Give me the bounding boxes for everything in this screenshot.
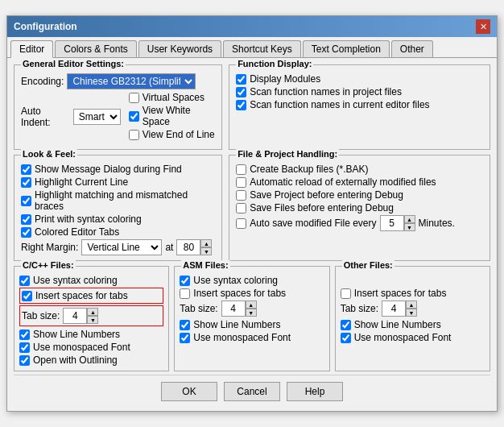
scan-project-label: Scan function names in project files [250,86,402,97]
auto-reload-label: Automatic reload of externally modified … [250,176,436,188]
save-project-checkbox[interactable] [236,190,246,201]
tab-text-completion[interactable]: Text Completion [303,40,390,57]
asm-use-monospaced-row: Use monospaced Font [180,332,324,343]
right-margin-at: at [165,242,173,253]
create-backup-checkbox[interactable] [236,164,246,175]
scan-project-row: Scan function names in project files [236,86,483,97]
autosave-up[interactable]: ▲ [404,215,415,223]
encoding-select[interactable]: Chinese GB2312 (Simplified) [67,73,196,89]
other-use-monospaced-checkbox[interactable] [341,333,351,343]
other-insert-spaces-checkbox[interactable] [341,288,351,299]
cpp-files-title: C/C++ Files: [21,260,76,270]
auto-indent-label: Auto Indent: [21,106,70,128]
cpp-files-options: Use syntax coloring Insert spaces for ta… [19,275,163,366]
asm-show-line-numbers-checkbox[interactable] [180,320,190,330]
display-modules-label: Display Modules [250,73,320,85]
asm-insert-spaces-checkbox[interactable] [180,288,190,299]
print-syntax-checkbox[interactable] [21,214,31,225]
view-white-space-label: View White Space [143,105,215,127]
cpp-use-monospaced-checkbox[interactable] [19,342,30,353]
highlight-line-label: Highlight Current Line [35,176,128,188]
scan-project-checkbox[interactable] [236,87,246,97]
file-project-item-3: Save Files before entering Debug [236,202,483,214]
view-end-of-line-checkbox[interactable] [129,130,139,140]
other-tab-input[interactable] [382,301,406,317]
file-project-section: File & Project Handling: Create Backup f… [229,155,490,261]
asm-use-monospaced-checkbox[interactable] [180,333,190,343]
cpp-insert-spaces-checkbox[interactable] [22,291,32,301]
look-feel-options: Show Message Dialog during Find Highligh… [21,164,215,255]
view-white-space-checkbox[interactable] [129,111,139,122]
configuration-dialog: Configuration ✕ Editor Colors & Fonts Us… [6,15,498,412]
asm-tab-input[interactable] [221,301,246,317]
colored-tabs-label: Colored Editor Tabs [35,226,119,238]
asm-tab-down[interactable]: ▼ [246,309,257,317]
right-margin-spin-buttons: ▲ ▼ [200,239,212,255]
file-project-item-2: Save Project before entering Debug [236,189,483,201]
close-button[interactable]: ✕ [476,19,490,34]
tab-colors-fonts[interactable]: Colors & Fonts [55,40,136,57]
general-editor-section: General Editor Settings: Encoding: Chine… [14,64,222,150]
cancel-button[interactable]: Cancel [224,382,280,401]
help-button[interactable]: Help [287,382,343,401]
cpp-use-syntax-row: Use syntax coloring [19,275,163,286]
auto-save-checkbox[interactable] [236,218,246,229]
file-project-item-0: Create Backup files (*.BAK) [236,164,483,175]
cpp-open-outlining-row: Open with Outlining [19,354,163,366]
right-margin-up[interactable]: ▲ [200,239,212,247]
cpp-tab-up[interactable]: ▲ [87,308,98,316]
cpp-use-syntax-checkbox[interactable] [19,276,30,286]
cpp-tab-down[interactable]: ▼ [87,316,98,324]
cpp-use-monospaced-row: Use monospaced Font [19,342,163,353]
cpp-tab-input[interactable] [63,308,87,324]
asm-tab-spinbox: ▲ ▼ [221,301,257,317]
ok-button[interactable]: OK [161,382,217,401]
tab-shortcut-keys[interactable]: Shortcut Keys [223,40,301,57]
function-display-section: Function Display: Display Modules Scan f… [229,64,490,150]
save-files-checkbox[interactable] [236,203,246,214]
tab-user-keywords[interactable]: User Keywords [138,40,221,57]
cpp-tab-spin-buttons: ▲ ▼ [87,308,98,324]
other-tab-size-label: Tab size: [341,303,378,314]
other-tab-down[interactable]: ▼ [406,309,417,317]
highlight-braces-checkbox[interactable] [21,196,31,206]
tab-bar: Editor Colors & Fonts User Keywords Shor… [7,37,497,58]
colored-tabs-checkbox[interactable] [21,227,31,238]
scan-current-row: Scan function names in current editor fi… [236,99,483,110]
display-modules-checkbox[interactable] [236,74,246,85]
autosave-suffix: Minutes. [419,218,455,229]
auto-reload-checkbox[interactable] [236,177,246,188]
print-syntax-label: Print with syntax coloring [35,214,142,225]
right-margin-select[interactable]: Vertical Line [81,239,162,255]
tab-editor[interactable]: Editor [10,40,53,58]
cpp-open-outlining-checkbox[interactable] [19,355,30,366]
other-tab-up[interactable]: ▲ [406,301,417,309]
file-project-item-4: Auto save modified File every ▲ ▼ Minute… [236,215,483,231]
scan-current-checkbox[interactable] [236,100,246,110]
other-files-spacer [341,275,485,288]
cpp-tab-spinbox: ▲ ▼ [63,308,98,324]
right-margin-input[interactable] [176,239,200,255]
cpp-tab-size-label: Tab size: [22,310,60,321]
create-backup-label: Create Backup files (*.BAK) [250,164,368,175]
asm-use-syntax-checkbox[interactable] [180,276,190,286]
autosave-input[interactable] [380,215,404,231]
cpp-show-line-numbers-checkbox[interactable] [19,330,30,340]
show-message-checkbox[interactable] [21,164,31,175]
asm-insert-spaces-label: Insert spaces for tabs [193,288,286,299]
right-margin-spinbox: ▲ ▼ [176,239,212,255]
other-show-line-numbers-checkbox[interactable] [341,320,351,330]
auto-indent-select[interactable]: Smart [73,109,121,125]
tab-other[interactable]: Other [391,40,433,57]
other-show-line-numbers-row: Show Line Numbers [341,319,485,330]
right-margin-down[interactable]: ▼ [200,247,212,255]
save-files-label: Save Files before entering Debug [250,202,394,214]
asm-use-monospaced-label: Use monospaced Font [193,332,291,343]
asm-tab-up[interactable]: ▲ [246,301,257,309]
autosave-down[interactable]: ▼ [404,223,415,231]
encoding-label: Encoding: [21,76,64,87]
virtual-spaces-row: Virtual Spaces [129,92,215,103]
asm-files-section: ASM Files: Use syntax coloring Insert sp… [174,266,329,371]
highlight-line-checkbox[interactable] [21,177,31,188]
virtual-spaces-checkbox[interactable] [129,93,139,103]
